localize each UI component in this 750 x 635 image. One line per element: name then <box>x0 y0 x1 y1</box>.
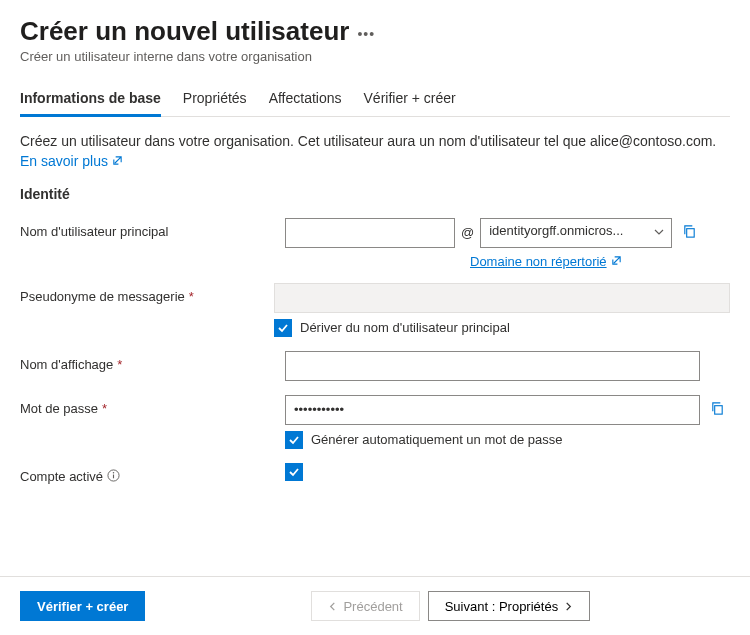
description-text: Créez un utilisateur dans votre organisa… <box>20 133 716 149</box>
password-input[interactable] <box>285 395 700 425</box>
mailnick-derive-label: Dériver du nom d'utilisateur principal <box>300 320 510 335</box>
required-asterisk: * <box>102 401 107 416</box>
review-create-button[interactable]: Vérifier + créer <box>20 591 145 621</box>
required-asterisk: * <box>117 357 122 372</box>
upn-label: Nom d'utilisateur principal <box>20 218 285 239</box>
info-icon[interactable] <box>107 469 120 485</box>
description: Créez un utilisateur dans votre organisa… <box>20 131 730 172</box>
page-subtitle: Créer un utilisateur interne dans votre … <box>20 49 730 64</box>
external-link-icon <box>611 254 622 269</box>
copy-icon <box>710 404 725 419</box>
chevron-left-icon <box>328 599 337 614</box>
tab-assignments[interactable]: Affectations <box>269 82 342 116</box>
learn-more-link[interactable]: En savoir plus <box>20 153 123 169</box>
domain-not-listed-label: Domaine non répertorié <box>470 254 607 269</box>
account-enabled-label: Compte activé <box>20 469 103 484</box>
previous-label: Précédent <box>343 599 402 614</box>
password-autogen-checkbox[interactable] <box>285 431 303 449</box>
footer-bar: Vérifier + créer Précédent Suivant : Pro… <box>0 576 750 635</box>
chevron-right-icon <box>564 599 573 614</box>
account-enabled-checkbox[interactable] <box>285 463 303 481</box>
tab-bar: Informations de base Propriétés Affectat… <box>20 82 730 117</box>
domain-select[interactable]: identityorgff.onmicros... <box>480 218 672 248</box>
svg-rect-0 <box>687 228 695 236</box>
learn-more-label: En savoir plus <box>20 153 108 169</box>
at-symbol: @ <box>461 225 474 240</box>
domain-not-listed-link[interactable]: Domaine non répertorié <box>470 254 730 269</box>
previous-button: Précédent <box>311 591 419 621</box>
mailnick-input <box>274 283 730 313</box>
page-title: Créer un nouvel utilisateur <box>20 16 349 47</box>
copy-icon <box>682 227 697 242</box>
tab-properties[interactable]: Propriétés <box>183 82 247 116</box>
mailnick-derive-checkbox[interactable] <box>274 319 292 337</box>
tab-review[interactable]: Vérifier + créer <box>364 82 456 116</box>
copy-password-button[interactable] <box>706 397 729 423</box>
password-autogen-label: Générer automatiquement un mot de passe <box>311 432 562 447</box>
external-link-icon <box>112 151 123 171</box>
mailnick-label: Pseudonyme de messagerie <box>20 289 185 304</box>
more-icon[interactable]: ••• <box>357 26 375 42</box>
required-asterisk: * <box>189 289 194 304</box>
displayname-input[interactable] <box>285 351 700 381</box>
displayname-label: Nom d'affichage <box>20 357 113 372</box>
password-label: Mot de passe <box>20 401 98 416</box>
section-identity: Identité <box>20 186 730 202</box>
svg-rect-4 <box>113 474 114 478</box>
next-label: Suivant : Propriétés <box>445 599 558 614</box>
svg-rect-1 <box>715 405 723 413</box>
tab-basics[interactable]: Informations de base <box>20 82 161 116</box>
svg-point-3 <box>113 472 114 473</box>
upn-input[interactable] <box>285 218 455 248</box>
next-button[interactable]: Suivant : Propriétés <box>428 591 590 621</box>
copy-upn-button[interactable] <box>678 220 701 246</box>
